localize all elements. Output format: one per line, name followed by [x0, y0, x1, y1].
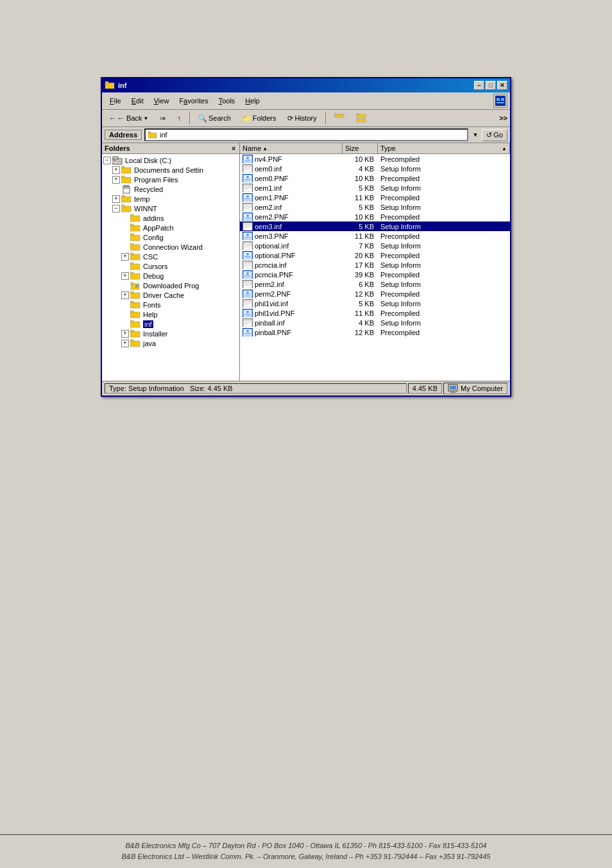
tree-item-label: Documents and Settin — [134, 166, 203, 174]
go-button[interactable]: ↺ Go — [482, 129, 507, 141]
toolbar-separator-1 — [189, 112, 190, 125]
file-row[interactable]: nv4.PNF10 KBPrecompiled — [240, 154, 510, 164]
file-row[interactable]: optional.inf7 KBSetup Inform — [240, 241, 510, 250]
svg-rect-73 — [244, 185, 251, 186]
menu-tools[interactable]: Tools — [214, 96, 241, 106]
history-button[interactable]: ⟳ History — [283, 112, 321, 125]
tree-item[interactable]: +temp — [103, 194, 238, 204]
file-row[interactable]: phil1vid.PNF11 KBPrecompiled — [240, 308, 510, 318]
file-row[interactable]: perm2.PNF12 KBPrecompiled — [240, 289, 510, 299]
tree-expander-empty — [121, 224, 129, 232]
file-list[interactable]: nv4.PNF10 KBPrecompiledoem0.inf4 KBSetup… — [240, 154, 510, 381]
tree-item[interactable]: Fonts — [103, 300, 238, 309]
inf-icon — [242, 184, 253, 192]
file-cell-name: phil1vid.PNF — [240, 309, 343, 317]
tree-item[interactable]: +Debug — [103, 271, 238, 281]
tree-expander[interactable]: − — [103, 157, 111, 164]
menu-file[interactable]: File — [105, 96, 126, 106]
folders-button[interactable]: 📁 Folders — [238, 112, 281, 125]
tree-expander[interactable]: + — [121, 330, 129, 338]
file-cell-name: phil1vid.inf — [240, 299, 343, 308]
svg-rect-127 — [244, 300, 251, 302]
file-row[interactable]: pinball.inf4 KBSetup Inform — [240, 318, 510, 327]
tree-item[interactable]: Connection Wizard — [103, 242, 238, 252]
file-row[interactable]: oem3.PNF11 KBPrecompiled — [240, 231, 510, 241]
menu-edit[interactable]: Edit — [126, 96, 149, 106]
tree-item[interactable]: +Program Files — [103, 175, 238, 184]
tree-item-label: Program Files — [134, 176, 178, 184]
tree-item[interactable]: Help — [103, 309, 238, 319]
tree-item[interactable]: Cursors — [103, 261, 238, 271]
file-cell-size: 39 KB — [343, 271, 378, 279]
tree-item[interactable]: inf — [103, 319, 238, 329]
file-row[interactable]: oem0.inf4 KBSetup Inform — [240, 164, 510, 173]
back-button[interactable]: ← ← Back ▼ — [105, 112, 153, 124]
search-button[interactable]: 🔍 Search — [194, 112, 235, 125]
menu-view[interactable]: View — [149, 96, 174, 106]
tree-expander[interactable]: + — [112, 176, 120, 184]
toolbar-icons-2[interactable] — [352, 111, 371, 125]
inf-icon — [242, 318, 253, 327]
file-row[interactable]: pinball.PNF12 KBPrecompiled — [240, 327, 510, 337]
tree-expander[interactable]: + — [121, 272, 129, 280]
tree-expander[interactable]: + — [112, 166, 120, 174]
menu-favorites[interactable]: Favorites — [174, 96, 213, 106]
col-header-name[interactable]: Name ▲ — [240, 143, 343, 153]
back-dropdown-icon[interactable]: ▼ — [144, 116, 149, 121]
file-row[interactable]: oem3.inf5 KBSetup Inform — [240, 221, 510, 231]
tree-item[interactable]: addins — [103, 213, 238, 223]
file-row[interactable]: oem0.PNF10 KBPrecompiled — [240, 173, 510, 183]
tree-item[interactable]: +java — [103, 338, 238, 348]
forward-button[interactable]: ⇒ — [155, 112, 170, 125]
status-computer-label: My Computer — [461, 385, 503, 392]
file-row[interactable]: oem1.PNF11 KBPrecompiled — [240, 193, 510, 202]
tree-item[interactable]: −Local Disk (C:) — [103, 155, 238, 165]
tree-expander[interactable]: − — [112, 205, 120, 213]
file-row[interactable]: oem2.PNF10 KBPrecompiled — [240, 212, 510, 221]
col-sort-icon: ▲ — [502, 146, 507, 152]
tree-item[interactable]: Recycled — [103, 184, 238, 194]
address-input[interactable]: inf — [144, 128, 468, 141]
tree-expander[interactable]: + — [121, 291, 129, 299]
folder-icon — [130, 300, 140, 309]
tree-item[interactable]: AppPatch — [103, 223, 238, 232]
up-button[interactable]: ↑ — [173, 112, 185, 124]
close-button[interactable]: ✕ — [497, 81, 507, 90]
col-header-size[interactable]: Size — [343, 143, 378, 153]
col-header-type[interactable]: Type ▲ — [378, 143, 510, 153]
file-row[interactable]: oem2.inf5 KBSetup Inform — [240, 202, 510, 212]
file-row[interactable]: phil1vid.inf5 KBSetup Inform — [240, 299, 510, 308]
file-row[interactable]: pcmcia.inf17 KBSetup Inform — [240, 260, 510, 270]
svg-rect-41 — [130, 263, 133, 265]
tree-item[interactable]: Config — [103, 232, 238, 242]
footer: B&B Electronics Mfg Co – 707 Dayton Rd -… — [0, 834, 612, 868]
tree-expander[interactable]: + — [121, 253, 129, 261]
tree-item[interactable]: +Driver Cache — [103, 290, 238, 300]
more-button[interactable]: >> — [499, 114, 507, 122]
maximize-button[interactable]: □ — [486, 81, 496, 90]
folder-tree[interactable]: −Local Disk (C:)+Documents and Settin+Pr… — [102, 154, 239, 381]
tree-item[interactable]: Downloaded Prog — [103, 281, 238, 290]
tree-item[interactable]: −WINNT — [103, 204, 238, 213]
file-row[interactable]: pcmcia.PNF39 KBPrecompiled — [240, 270, 510, 279]
file-cell-size: 12 KB — [343, 290, 378, 298]
file-row[interactable]: perm2.inf6 KBSetup Inform — [240, 279, 510, 289]
tree-expander[interactable]: + — [121, 340, 129, 347]
content-area: Folders × −Local Disk (C:)+Documents and… — [102, 143, 510, 381]
folders-pane-close[interactable]: × — [230, 145, 237, 152]
file-row[interactable]: optional.PNF20 KBPrecompiled — [240, 250, 510, 260]
file-cell-size: 12 KB — [343, 329, 378, 336]
minimize-button[interactable]: − — [474, 81, 484, 90]
file-row[interactable]: oem1.inf5 KBSetup Inform — [240, 183, 510, 193]
tree-item[interactable]: +CSC — [103, 252, 238, 261]
file-cell-size: 7 KB — [343, 242, 378, 250]
svg-rect-1 — [105, 82, 108, 83]
tree-expander[interactable]: + — [112, 195, 120, 203]
menu-help[interactable]: Help — [240, 96, 265, 106]
svg-rect-143 — [245, 334, 250, 335]
svg-rect-47 — [130, 293, 140, 299]
toolbar-icons-1[interactable] — [330, 111, 349, 125]
tree-item[interactable]: +Installer — [103, 329, 238, 338]
tree-item[interactable]: +Documents and Settin — [103, 165, 238, 175]
address-dropdown-icon[interactable]: ▼ — [471, 132, 479, 138]
